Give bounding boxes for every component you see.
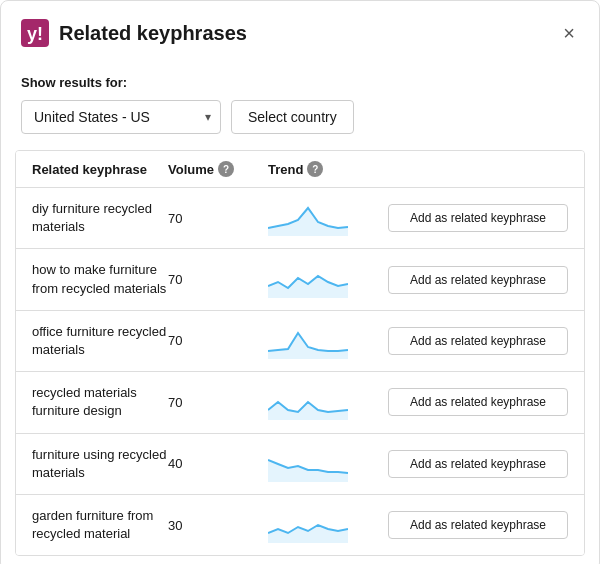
dialog-title: Related keyphrases [59, 22, 247, 45]
trend-sparkline [268, 384, 388, 420]
close-button[interactable]: × [559, 19, 579, 47]
header-left: y! Related keyphrases [21, 19, 247, 47]
col-keyphrase: Related keyphrase [32, 161, 168, 177]
trend-sparkline [268, 446, 388, 482]
col-trend: Trend ? [268, 161, 388, 177]
table-row: office furniture recycled materials 70 A… [16, 311, 584, 372]
add-keyphrase-button[interactable]: Add as related keyphrase [388, 450, 568, 478]
add-keyphrase-button[interactable]: Add as related keyphrase [388, 204, 568, 232]
controls-row: United States - US United Kingdom - GB C… [21, 100, 579, 134]
col-volume: Volume ? [168, 161, 268, 177]
keyphrase-text: diy furniture recycled materials [32, 200, 168, 236]
keyphrase-text: recycled materials furniture design [32, 384, 168, 420]
yoast-logo-icon: y! [21, 19, 49, 47]
volume-value: 70 [168, 395, 268, 410]
svg-marker-7 [268, 525, 348, 543]
volume-help-icon[interactable]: ? [218, 161, 234, 177]
dialog-header: y! Related keyphrases × [1, 1, 599, 61]
table-header-row: Related keyphrase Volume ? Trend ? [16, 151, 584, 188]
volume-value: 30 [168, 518, 268, 533]
table-row: diy furniture recycled materials 70 Add … [16, 188, 584, 249]
trend-sparkline [268, 507, 388, 543]
trend-sparkline [268, 262, 388, 298]
keyphrase-text: furniture using recycled materials [32, 446, 168, 482]
keyphrase-text: office furniture recycled materials [32, 323, 168, 359]
keyphrase-text: how to make furniture from recycled mate… [32, 261, 168, 297]
add-keyphrase-button[interactable]: Add as related keyphrase [388, 511, 568, 539]
controls-section: Show results for: United States - US Uni… [1, 61, 599, 150]
show-results-label: Show results for: [21, 75, 579, 90]
trend-sparkline [268, 323, 388, 359]
table-row: furniture using recycled materials 40 Ad… [16, 434, 584, 495]
volume-value: 70 [168, 272, 268, 287]
table-row: garden furniture from recycled material … [16, 495, 584, 555]
volume-value: 40 [168, 456, 268, 471]
table-row: how to make furniture from recycled mate… [16, 249, 584, 310]
trend-sparkline [268, 200, 388, 236]
add-keyphrase-button[interactable]: Add as related keyphrase [388, 327, 568, 355]
country-select-wrapper: United States - US United Kingdom - GB C… [21, 100, 221, 134]
col-action [388, 161, 568, 177]
add-keyphrase-button[interactable]: Add as related keyphrase [388, 266, 568, 294]
volume-value: 70 [168, 333, 268, 348]
volume-value: 70 [168, 211, 268, 226]
country-select[interactable]: United States - US United Kingdom - GB C… [21, 100, 221, 134]
svg-marker-2 [268, 208, 348, 236]
keyphrases-table: Related keyphrase Volume ? Trend ? diy f… [15, 150, 585, 556]
svg-text:y!: y! [27, 24, 43, 44]
add-keyphrase-button[interactable]: Add as related keyphrase [388, 388, 568, 416]
select-country-button[interactable]: Select country [231, 100, 354, 134]
svg-marker-3 [268, 276, 348, 298]
keyphrase-text: garden furniture from recycled material [32, 507, 168, 543]
table-row: recycled materials furniture design 70 A… [16, 372, 584, 433]
trend-help-icon[interactable]: ? [307, 161, 323, 177]
